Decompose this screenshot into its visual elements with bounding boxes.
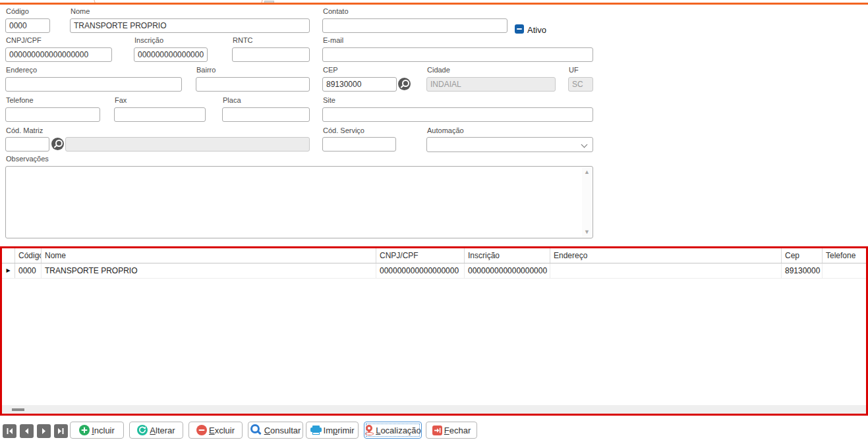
col-header-telefone[interactable]: Telefone [823,248,866,263]
selector-header-cell [2,248,15,263]
prev-record-icon [23,427,30,435]
observacoes-label: Observações [6,155,49,163]
cell-telefone [823,263,866,278]
minus-icon [196,425,207,435]
cell-nome: TRANSPORTE PROPRIO [42,263,376,278]
cod-servico-label: Cód. Serviço [323,126,364,134]
cnpj-label: CNPJ/CPF [6,36,42,44]
consultar-label: Consultar [264,426,301,435]
alterar-button[interactable]: Alterar [129,422,183,439]
endereco-input[interactable] [5,77,182,92]
rntc-input[interactable] [232,47,310,62]
cidade-input [426,77,556,92]
inscricao-label: Inscrição [134,36,163,44]
nome-input[interactable] [70,18,310,33]
cidade-label: Cidade [427,66,450,74]
current-row-marker-icon: ▶ [6,268,10,273]
grid-header-row: Código Nome CNPJ/CPF Inscrição Endereço … [2,248,866,263]
cnpj-input[interactable] [5,47,112,62]
scroll-up-icon[interactable]: ▲ [584,169,590,175]
nav-first-button[interactable] [3,424,16,438]
table-row[interactable]: ▶ 0000 TRANSPORTE PROPRIO 00000000000000… [2,263,866,279]
localizacao-button[interactable]: Localização [364,422,422,439]
cod-matriz-desc-input [65,137,310,151]
cep-label: CEP [323,66,338,74]
bairro-input[interactable] [196,77,310,92]
email-input[interactable] [322,47,593,62]
excluir-button[interactable]: Excluir [188,422,243,439]
scrollbar-thumb[interactable] [12,408,24,411]
observacoes-text [6,167,593,171]
col-header-nome[interactable]: Nome [42,248,376,263]
magnifier-glyph [55,140,63,147]
uf-label: UF [569,66,579,74]
carrier-registration-window: Código Nome Contato Ativo CNPJ/CPF Inscr… [0,0,868,440]
telefone-label: Telefone [6,96,34,104]
cell-endereco [550,263,782,278]
cell-cep: 89130000 [782,263,823,278]
nav-last-button[interactable] [54,424,68,438]
last-record-icon [57,427,65,435]
cod-matriz-search-icon[interactable] [51,138,64,150]
alterar-label: Alterar [150,426,175,435]
fechar-label: Fechar [444,426,471,435]
site-label: Site [323,96,335,104]
endereco-label: Endereço [6,66,37,74]
email-label: E-mail [323,36,343,44]
col-header-cnpj[interactable]: CNPJ/CPF [376,248,465,263]
map-pin-icon [364,425,374,436]
col-header-inscricao[interactable]: Inscrição [465,248,550,263]
incluir-button[interactable]: Incluir [70,422,124,439]
grid-horizontal-scrollbar[interactable] [2,405,866,414]
check-dash-icon [517,28,522,30]
refresh-icon [137,425,148,435]
fax-input[interactable] [114,107,206,122]
nav-prev-button[interactable] [20,424,34,438]
imprimir-label: Imprimir [324,426,355,435]
placa-input[interactable] [222,107,310,122]
bairro-label: Bairro [196,66,216,74]
nav-next-button[interactable] [37,424,51,438]
first-record-icon [6,427,13,435]
automacao-select[interactable] [426,137,593,152]
col-header-codigo[interactable]: Código [15,248,42,263]
chevron-down-icon [581,142,588,148]
tab-strip [0,0,868,5]
col-header-endereco[interactable]: Endereço [550,248,782,263]
carriers-grid: Código Nome CNPJ/CPF Inscrição Endereço … [0,246,868,416]
excluir-label: Excluir [209,426,235,435]
scroll-down-icon[interactable]: ▼ [584,229,590,235]
site-input[interactable] [322,107,593,122]
localizacao-label: Localização [376,426,421,435]
ativo-label: Ativo [527,25,546,35]
plus-icon [79,425,90,435]
col-header-cep[interactable]: Cep [782,248,823,263]
telefone-input[interactable] [5,107,100,122]
magnifier-glyph [402,80,409,87]
observacoes-textarea[interactable]: ▲ ▼ [5,166,593,238]
codigo-label: Código [6,7,29,15]
cod-matriz-input[interactable] [5,137,49,151]
imprimir-button[interactable]: Imprimir [306,422,359,439]
cep-search-icon[interactable] [398,78,411,90]
cell-cnpj: 000000000000000000 [376,263,465,278]
search-icon [250,424,260,433]
consultar-button[interactable]: Consultar [248,422,303,439]
uf-input [568,77,593,92]
inscricao-input[interactable] [134,47,208,62]
fax-label: Fax [115,96,127,104]
fechar-button[interactable]: Fechar [426,422,477,439]
contato-input[interactable] [322,18,507,33]
observacoes-scrollbar[interactable]: ▲ ▼ [582,167,592,237]
cell-inscricao: 000000000000000000 [465,263,550,278]
ativo-checkbox[interactable] [515,24,524,34]
incluir-label: Incluir [92,426,115,435]
placa-label: Placa [223,96,241,104]
nome-label: Nome [71,7,90,15]
cod-matriz-label: Cód. Matriz [6,126,43,134]
printer-icon [310,426,322,435]
cod-servico-input[interactable] [322,137,396,151]
next-record-icon [40,427,47,435]
cep-input[interactable] [322,77,397,92]
codigo-input[interactable] [5,18,50,33]
